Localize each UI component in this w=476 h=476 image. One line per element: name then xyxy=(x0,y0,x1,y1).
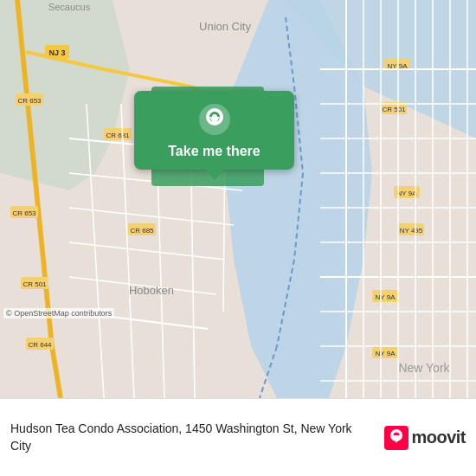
moovit-brand-text: moovit xyxy=(411,428,466,447)
svg-text:CR 681: CR 681 xyxy=(106,132,130,139)
svg-text:CR 653: CR 653 xyxy=(12,209,36,217)
svg-text:NY 9A: NY 9A xyxy=(376,293,396,301)
svg-text:CR 653: CR 653 xyxy=(17,97,42,105)
svg-text:Secaucus: Secaucus xyxy=(48,2,91,12)
svg-text:CR 501: CR 501 xyxy=(382,106,406,113)
svg-text:CR 685: CR 685 xyxy=(130,227,154,235)
svg-text:Union City: Union City xyxy=(199,20,251,33)
svg-text:NY 9A: NY 9A xyxy=(376,350,396,357)
svg-text:NY 495: NY 495 xyxy=(400,227,423,235)
popup-label: Take me there xyxy=(168,143,260,159)
moovit-logo: moovit xyxy=(384,426,466,450)
osm-credit: © OpenStreetMap contributors xyxy=(3,308,114,318)
moovit-pin-icon xyxy=(384,426,408,450)
map-container: NJ 3 CR 653 CR 653 CR 681 CR 685 CR 501 … xyxy=(0,0,476,398)
bottom-bar: Hudson Tea Condo Association, 1450 Washi… xyxy=(0,398,476,476)
map-background: NJ 3 CR 653 CR 653 CR 681 CR 685 CR 501 … xyxy=(0,0,476,398)
address-text: Hudson Tea Condo Association, 1450 Washi… xyxy=(10,421,376,454)
svg-text:CR 501: CR 501 xyxy=(23,280,47,288)
svg-text:Hoboken: Hoboken xyxy=(129,284,174,297)
take-me-there-button[interactable]: Take me there xyxy=(134,91,294,170)
svg-text:NY 9A: NY 9A xyxy=(397,190,418,197)
svg-text:New York: New York xyxy=(398,361,450,375)
location-pin-icon xyxy=(198,103,231,136)
svg-text:NJ 3: NJ 3 xyxy=(48,48,65,57)
svg-text:CR 644: CR 644 xyxy=(28,341,52,349)
